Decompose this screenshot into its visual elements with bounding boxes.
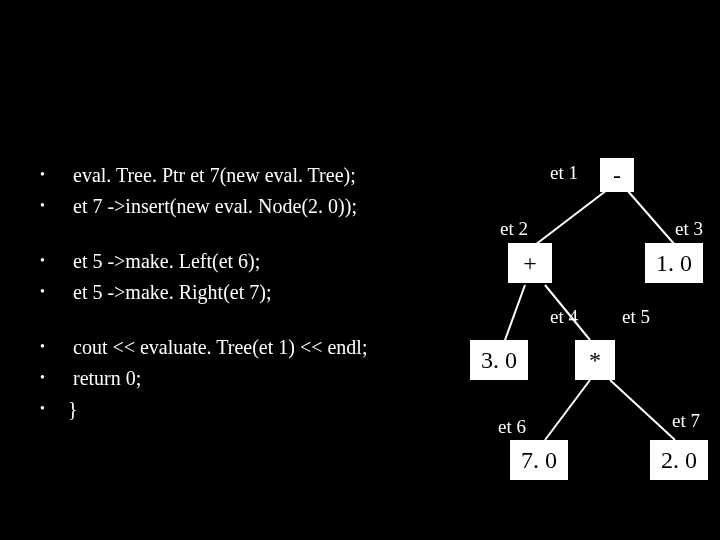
- code-line: eval. Tree. Ptr et 7(new eval. Tree);: [68, 160, 460, 191]
- code-line: return 0;: [68, 363, 460, 394]
- tree-label-et6: et 6: [498, 416, 526, 438]
- svg-line-2: [505, 285, 525, 340]
- svg-line-5: [610, 380, 675, 440]
- tree-label-et2: et 2: [500, 218, 528, 240]
- slide: • eval. Tree. Ptr et 7(new eval. Tree); …: [0, 0, 720, 540]
- code-line: et 5 ->make. Right(et 7);: [68, 277, 460, 308]
- svg-line-0: [535, 190, 607, 245]
- tree-label-et1: et 1: [550, 162, 578, 184]
- tree-label-et5: et 5: [622, 306, 650, 328]
- code-line: et 5 ->make. Left(et 6);: [68, 246, 460, 277]
- tree-node: 2. 0: [650, 440, 708, 480]
- tree-node: 7. 0: [510, 440, 568, 480]
- code-line: }: [68, 394, 460, 425]
- tree-node: +: [508, 243, 552, 283]
- svg-line-1: [627, 190, 675, 245]
- code-line: cout << evaluate. Tree(et 1) << endl;: [68, 332, 460, 363]
- tree-label-et4: et 4: [550, 306, 578, 328]
- tree-label-et3: et 3: [675, 218, 703, 240]
- tree-node-root: -: [600, 158, 634, 192]
- tree-node: 3. 0: [470, 340, 528, 380]
- svg-line-4: [545, 380, 590, 440]
- tree-node: *: [575, 340, 615, 380]
- expression-tree: - et 1 + et 2 1. 0 et 3 3. 0 et 4 * et 5…: [450, 140, 720, 520]
- tree-node: 1. 0: [645, 243, 703, 283]
- code-line: et 7 ->insert(new eval. Node(2. 0));: [68, 191, 460, 222]
- tree-label-et7: et 7: [672, 410, 700, 432]
- code-block: • eval. Tree. Ptr et 7(new eval. Tree); …: [40, 160, 460, 425]
